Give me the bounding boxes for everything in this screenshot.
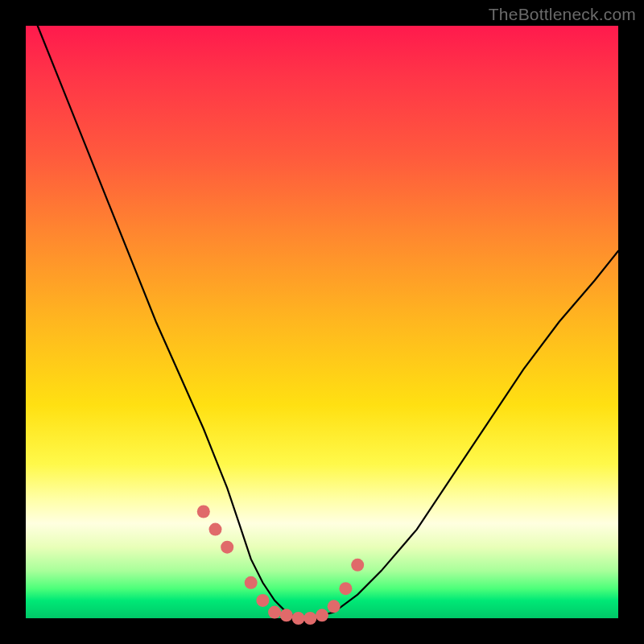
highlight-dot (328, 600, 341, 613)
highlight-dot (197, 506, 210, 518)
highlight-dot (351, 559, 364, 572)
highlight-dot (316, 609, 328, 621)
highlight-dot (245, 576, 258, 589)
highlight-dot (221, 541, 233, 554)
curve-layer (26, 26, 618, 618)
highlight-dot (303, 612, 316, 625)
bottleneck-curve (38, 26, 618, 618)
highlight-dot (256, 594, 269, 607)
highlight-dot (209, 523, 222, 536)
chart-frame: TheBottleneck.com (0, 0, 644, 644)
highlight-dot (268, 606, 281, 619)
plot-area (26, 26, 618, 618)
highlight-dot (280, 609, 293, 621)
highlight-dot (292, 612, 305, 625)
watermark-text: TheBottleneck.com (489, 5, 636, 24)
highlight-dot (339, 582, 352, 595)
